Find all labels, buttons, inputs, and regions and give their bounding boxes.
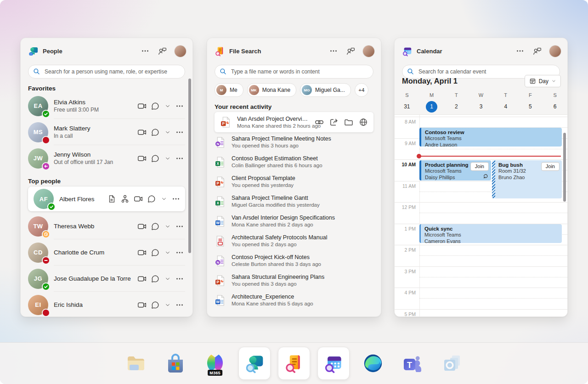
chat-button[interactable]: [151, 128, 160, 137]
join-button[interactable]: Join: [470, 162, 489, 171]
person-row[interactable]: JW Jenny Wilson Out of office until 17 J…: [21, 145, 192, 171]
more-button[interactable]: [175, 274, 184, 283]
feedback-icon[interactable]: [158, 46, 167, 56]
filter-chip-me[interactable]: M Me: [215, 83, 243, 97]
chevron-down-icon[interactable]: [160, 194, 167, 203]
copy-link-button[interactable]: [315, 118, 324, 127]
person-row[interactable]: EI Eric Ishida: [21, 292, 192, 318]
day-grid[interactable]: 8 AM 9 AM 10 AM 11 AM 12 PM 1 PM 2 PM 3 …: [395, 114, 567, 316]
person-row-selected[interactable]: AF Albert Flores: [28, 186, 185, 211]
more-button[interactable]: [171, 194, 181, 203]
calendar-event-tentative[interactable]: Bug bush Room 31/32 Bruno Zhao Join: [492, 160, 562, 198]
taskbar-file-explorer-icon[interactable]: [124, 351, 148, 375]
more-people-chip[interactable]: +4: [355, 83, 368, 97]
video-call-button[interactable]: [137, 222, 147, 231]
people-search-input[interactable]: [44, 68, 180, 75]
file-row[interactable]: Sahara Project Timeline Gantt Miguel Gar…: [207, 192, 381, 211]
org-chart-button[interactable]: [120, 194, 130, 203]
more-options-button[interactable]: [329, 46, 338, 56]
scrollbar[interactable]: [563, 133, 566, 202]
chat-button[interactable]: [151, 274, 160, 283]
chat-button[interactable]: [151, 222, 160, 231]
scrollbar[interactable]: [188, 79, 191, 253]
profile-avatar[interactable]: [363, 45, 374, 57]
chevron-down-icon[interactable]: [164, 248, 171, 257]
chat-button[interactable]: [147, 194, 156, 203]
filter-chip-miguel[interactable]: MG Miguel Ga...: [300, 83, 351, 97]
file-row[interactable]: Client Proposal Template You opened this…: [207, 172, 381, 192]
file-row[interactable]: Contoso Budget Estimation Sheet Colin Ba…: [207, 152, 381, 172]
document-button[interactable]: [107, 194, 116, 203]
more-button[interactable]: [175, 128, 184, 137]
taskbar-teams-icon[interactable]: [401, 351, 424, 375]
chevron-down-icon[interactable]: [164, 128, 171, 137]
open-folder-button[interactable]: [344, 118, 353, 127]
more-button[interactable]: [175, 300, 184, 310]
more-options-button[interactable]: [515, 46, 525, 56]
calendar-event[interactable]: Quick sync Microsoft Teams Cameron Evans: [419, 224, 562, 243]
calendar-search-input[interactable]: [418, 68, 555, 75]
chat-button[interactable]: [151, 248, 160, 257]
file-row-selected[interactable]: Van Arsdel Project Overview... Mona Kane…: [215, 112, 373, 132]
file-search-input[interactable]: [230, 68, 368, 75]
person-row[interactable]: MS Mark Slattery In a call: [21, 119, 192, 145]
video-call-button[interactable]: [137, 128, 147, 137]
weekday-cell[interactable]: W3: [469, 90, 493, 113]
weekday-cell[interactable]: S6: [543, 90, 567, 113]
taskbar-calendar-search-icon-active[interactable]: [317, 347, 350, 380]
chevron-down-icon[interactable]: [164, 154, 171, 163]
video-call-button[interactable]: [137, 274, 147, 283]
feedback-icon[interactable]: [346, 46, 355, 56]
file-meta: Celeste Burton shared this 3 days ago: [232, 261, 374, 267]
taskbar-people-search-icon-active[interactable]: [238, 347, 271, 380]
video-call-button[interactable]: [137, 102, 147, 111]
calendar-event[interactable]: Contoso review Microsoft Teams Andre Law…: [419, 128, 562, 147]
file-row[interactable]: Contoso Project Kick-off Notes Celeste B…: [207, 251, 381, 271]
video-call-button[interactable]: [137, 154, 147, 163]
file-row[interactable]: Sahara Structural Engineering Plans You …: [207, 271, 381, 290]
weekday-cell[interactable]: F5: [518, 90, 543, 113]
view-selector-button[interactable]: Day: [525, 75, 561, 87]
file-row[interactable]: Architecture_Experience Mona Kane shared…: [207, 290, 381, 310]
more-button[interactable]: [175, 102, 184, 111]
taskbar-edge-icon[interactable]: [361, 351, 385, 375]
chevron-down-icon[interactable]: [164, 102, 171, 111]
more-button[interactable]: [175, 222, 184, 231]
file-row[interactable]: Van Arsdel Interior Design Specification…: [207, 211, 381, 231]
file-row[interactable]: Architectural Safety Protocols Manual Yo…: [207, 231, 381, 251]
video-call-button[interactable]: [134, 194, 143, 203]
chat-button[interactable]: [151, 102, 160, 111]
person-row[interactable]: CD Charlotte de Crum: [21, 239, 192, 265]
share-button[interactable]: [329, 118, 339, 127]
taskbar-file-search-icon-active[interactable]: [278, 347, 310, 380]
weekday-cell[interactable]: S31: [395, 90, 419, 113]
chat-button[interactable]: [151, 300, 160, 310]
calendar-event[interactable]: Product planning Microsoft Teams Daisy P…: [419, 160, 491, 181]
chevron-down-icon[interactable]: [164, 222, 171, 231]
weekday-cell[interactable]: T4: [493, 90, 518, 113]
open-in-browser-button[interactable]: [359, 118, 368, 127]
chat-button[interactable]: [151, 154, 160, 163]
join-button[interactable]: Join: [541, 162, 560, 171]
video-call-button[interactable]: [137, 300, 147, 310]
weekday-cell[interactable]: T2: [444, 90, 469, 113]
feedback-icon[interactable]: [532, 46, 542, 56]
chevron-down-icon[interactable]: [164, 274, 171, 283]
weekday-cell-selected[interactable]: M1: [419, 90, 444, 113]
profile-avatar[interactable]: [175, 45, 186, 57]
person-row[interactable]: JG Jose Guadalupe De la Torre: [21, 265, 192, 292]
taskbar-microsoft-store-icon[interactable]: [164, 351, 187, 375]
file-row[interactable]: Sahara Project Timeline Meeting Notes Yo…: [207, 132, 381, 152]
taskbar-outlook-icon[interactable]: [440, 351, 464, 375]
more-button[interactable]: [175, 248, 184, 257]
person-row[interactable]: TW Theresa Webb: [21, 213, 192, 239]
file-name: Van Arsdel Interior Design Specification…: [232, 215, 374, 221]
filter-chip-mona-kane[interactable]: MK Mona Kane: [247, 83, 296, 97]
taskbar-m365-copilot-icon[interactable]: M365: [203, 351, 227, 375]
chevron-down-icon[interactable]: [164, 300, 171, 310]
more-options-button[interactable]: [141, 46, 150, 56]
video-call-button[interactable]: [137, 248, 147, 257]
more-button[interactable]: [175, 154, 184, 163]
person-row[interactable]: EA Elvia Atkins Free until 3:00 PM: [21, 93, 192, 119]
profile-avatar[interactable]: [549, 45, 561, 57]
